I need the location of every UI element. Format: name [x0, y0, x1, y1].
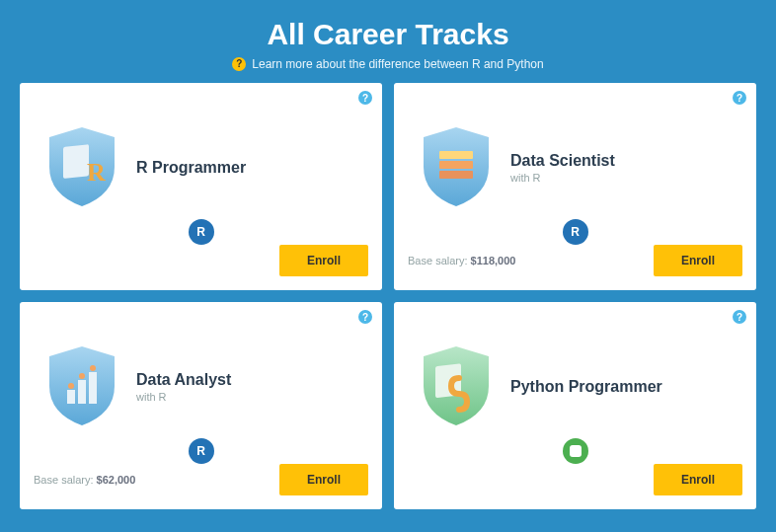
salary-value: $62,000 [97, 474, 136, 486]
svg-point-8 [68, 383, 74, 389]
salary-text: Base salary: $62,000 [34, 474, 135, 486]
svg-point-9 [79, 373, 85, 379]
salary-label: Base salary: [34, 474, 94, 486]
track-title: Python Programmer [510, 378, 662, 396]
svg-point-10 [90, 365, 96, 371]
salary-text: Base salary: $118,000 [408, 255, 515, 266]
card-footer: Base salary: $118,000 Enroll [408, 241, 742, 280]
track-title: Data Analyst [136, 371, 231, 389]
track-subtitle: with R [136, 391, 231, 403]
card-text: Python Programmer [510, 378, 662, 396]
track-card-r-programmer: ? R R Programmer R Enroll [20, 83, 382, 290]
tracks-grid: ? R R Programmer R Enroll ? Data Scienti… [0, 83, 776, 509]
card-help-icon[interactable]: ? [358, 310, 372, 324]
track-card-data-analyst: ? Data Analyst with R R Base salary: $62… [20, 302, 382, 509]
svg-rect-7 [89, 372, 97, 404]
data-scientist-icon [418, 125, 495, 210]
page-title: All Career Tracks [0, 18, 776, 51]
card-footer: Enroll [408, 460, 742, 499]
r-programmer-icon: R [43, 125, 120, 210]
page-subtitle: Learn more about the difference between … [252, 57, 543, 71]
card-text: Data Analyst with R [136, 371, 231, 403]
r-lang-badge-icon: R [563, 219, 588, 245]
help-icon: ? [232, 57, 246, 71]
svg-rect-5 [67, 390, 75, 404]
track-title: R Programmer [136, 159, 246, 177]
python-lang-badge-icon [563, 438, 588, 464]
card-help-icon[interactable]: ? [358, 91, 372, 105]
enroll-button[interactable]: Enroll [279, 464, 368, 495]
svg-text:R: R [87, 158, 106, 187]
enroll-button[interactable]: Enroll [654, 245, 742, 276]
enroll-button[interactable]: Enroll [279, 245, 368, 276]
python-programmer-icon [418, 344, 495, 429]
salary-value: $118,000 [471, 255, 516, 266]
svg-rect-3 [439, 161, 473, 169]
track-card-data-scientist: ? Data Scientist with R R Base salary: $… [394, 83, 756, 290]
track-title: Data Scientist [510, 152, 615, 170]
r-lang-badge-icon: R [189, 438, 214, 464]
subtitle-row[interactable]: ? Learn more about the difference betwee… [0, 57, 776, 71]
card-text: R Programmer [136, 159, 246, 177]
card-help-icon[interactable]: ? [733, 91, 746, 105]
enroll-button[interactable]: Enroll [654, 464, 742, 495]
track-subtitle: with R [510, 172, 615, 184]
salary-label: Base salary: [408, 255, 468, 266]
svg-rect-2 [439, 151, 473, 159]
data-analyst-icon [43, 344, 120, 429]
page-header: All Career Tracks ? Learn more about the… [0, 0, 776, 83]
svg-rect-4 [439, 171, 473, 179]
card-text: Data Scientist with R [510, 152, 615, 184]
card-footer: Enroll [34, 241, 368, 280]
r-lang-badge-icon: R [189, 219, 214, 245]
svg-rect-0 [63, 144, 89, 179]
track-card-python-programmer: ? Python Programmer Enroll [394, 302, 756, 509]
card-help-icon[interactable]: ? [733, 310, 746, 324]
svg-rect-6 [78, 380, 86, 404]
card-footer: Base salary: $62,000 Enroll [34, 460, 368, 499]
